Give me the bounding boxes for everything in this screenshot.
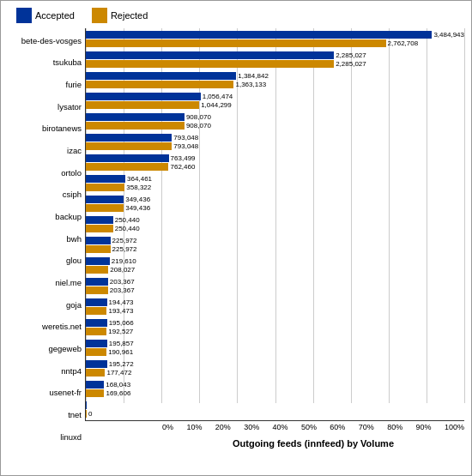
y-label: bwh (8, 235, 85, 244)
accepted-bar (86, 360, 107, 368)
y-label: tnet (8, 411, 85, 419)
accepted-bar (86, 93, 201, 100)
rejected-bar (86, 142, 172, 150)
grid-line (464, 28, 465, 403)
bar-row: 763,499762,460 (86, 152, 464, 172)
accepted-bar (86, 72, 236, 80)
y-label: csiph (8, 190, 85, 199)
y-label: weretis.net (8, 322, 85, 331)
bar-row: 203,367203,367 (86, 276, 464, 297)
y-label: niel.me (8, 279, 85, 287)
y-label: gegeweb (8, 345, 85, 353)
accepted-bar (86, 319, 107, 327)
accepted-bar (86, 381, 104, 389)
accepted-value: 195,066 (109, 319, 134, 327)
accepted-legend-label: Accepted (35, 10, 75, 21)
bar-row: 250,440250,440 (86, 214, 464, 234)
rejected-value: 250,440 (115, 225, 140, 232)
x-axis-title: Outgoing feeds (innfeed) by Volume (162, 438, 464, 449)
rejected-value: 762,460 (170, 163, 195, 171)
bar-row: 908,070908,070 (86, 111, 464, 131)
rejected-value: 2,285,027 (336, 60, 366, 68)
accepted-value: 194,473 (109, 298, 134, 306)
bar-row: 0 (86, 400, 464, 420)
rejected-value: 203,367 (110, 286, 135, 294)
rejected-bar (86, 307, 106, 315)
y-label: lysator (8, 103, 85, 111)
legend-rejected: Rejected (92, 8, 148, 23)
accepted-bar (86, 237, 111, 244)
accepted-bar (86, 134, 172, 142)
bar-row: 194,473193,473 (86, 297, 464, 317)
rejected-value: 358,322 (126, 184, 151, 191)
rejected-value: 349,436 (125, 204, 150, 212)
x-axis-label: 0% (162, 423, 173, 437)
accepted-bar (86, 298, 107, 306)
bar-row: 195,066192,527 (86, 317, 464, 338)
accepted-bar (86, 196, 124, 203)
bar-row: 219,610208,027 (86, 256, 464, 276)
rejected-value: 193,473 (108, 307, 133, 315)
chart-area: bete-des-vosgestsukubafurielysatorbirota… (8, 28, 464, 449)
rejected-value: 2,762,708 (388, 39, 419, 47)
accepted-bar (86, 278, 108, 286)
accepted-bar (86, 113, 185, 121)
bar-row: 225,972225,972 (86, 234, 464, 255)
accepted-value: 168,043 (106, 381, 130, 389)
rejected-value: 908,070 (186, 122, 211, 130)
bar-row: 1,384,8421,363,133 (86, 69, 464, 90)
rejected-value: 169,606 (106, 389, 130, 397)
accepted-value: 219,610 (112, 257, 136, 265)
accepted-bar (86, 401, 87, 409)
accepted-value: 908,070 (186, 113, 211, 121)
y-labels: bete-des-vosgestsukubafurielysatorbirota… (8, 28, 85, 449)
y-label: furie (8, 81, 85, 89)
bar-row: 349,436349,436 (86, 193, 464, 214)
chart-container: Accepted Rejected bete-des-vosgestsukuba… (0, 0, 472, 476)
y-label: izac (8, 147, 85, 155)
bar-row: 168,043169,606 (86, 379, 464, 400)
accepted-value: 250,440 (115, 216, 140, 224)
y-label: glou (8, 256, 85, 265)
bottom-area: 0%10%20%30%40%50%60%70%80%90%100% Outgoi… (162, 421, 464, 449)
rejected-bar (86, 369, 105, 377)
accepted-value: 793,048 (173, 134, 198, 142)
bar-row: 2,285,0272,285,027 (86, 49, 464, 69)
y-label: nntp4 (8, 367, 85, 376)
rejected-bar (86, 60, 334, 68)
accepted-bar (86, 31, 432, 39)
rejected-value: 192,527 (108, 328, 133, 335)
rejected-value: 190,961 (108, 348, 133, 356)
x-axis-label: 100% (445, 423, 464, 437)
accepted-value: 203,367 (110, 278, 135, 286)
y-label: tsukuba (8, 58, 85, 67)
x-axis-label: 50% (301, 423, 317, 437)
y-label: goja (8, 301, 85, 310)
bar-row: 195,857190,961 (86, 338, 464, 359)
rejected-legend-box (92, 8, 107, 23)
x-axis-labels: 0%10%20%30%40%50%60%70%80%90%100% (162, 421, 464, 437)
bar-row: 793,048793,048 (86, 131, 464, 152)
bars-area: 3,484,9432,762,7082,285,0272,285,0271,38… (85, 28, 464, 421)
rejected-bar (86, 101, 199, 109)
rejected-bar (86, 410, 87, 418)
rejected-bar (86, 328, 106, 335)
rejected-legend-label: Rejected (111, 10, 148, 21)
y-label: ortolo (8, 169, 85, 178)
y-label: linuxd (8, 433, 85, 442)
x-axis-label: 90% (416, 423, 432, 437)
accepted-bar (86, 51, 334, 59)
rejected-value: 1,363,133 (235, 81, 266, 88)
rejected-value: 0 (88, 410, 92, 418)
accepted-value: 763,499 (171, 154, 196, 162)
x-axis-label: 70% (359, 423, 374, 437)
rejected-bar (86, 39, 386, 47)
x-axis-label: 20% (215, 423, 231, 437)
rejected-bar (86, 163, 168, 171)
rejected-bar (86, 389, 104, 397)
accepted-value: 195,857 (109, 340, 134, 347)
x-axis-label: 60% (330, 423, 345, 437)
accepted-legend-box (16, 8, 32, 23)
accepted-value: 349,436 (125, 196, 150, 203)
bar-row: 1,056,4741,044,299 (86, 90, 464, 111)
